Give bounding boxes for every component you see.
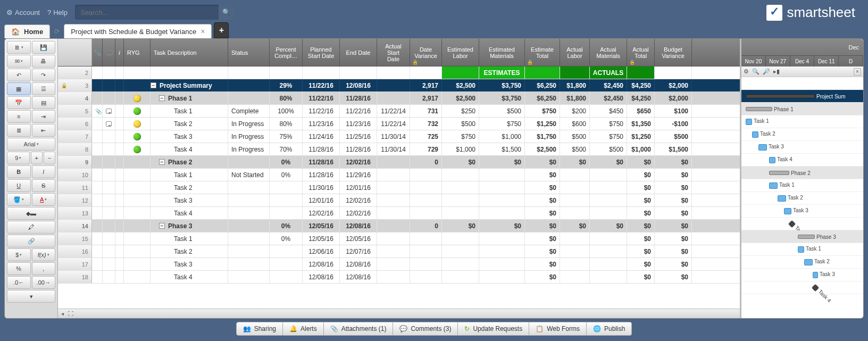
cell-astart[interactable]: 11/30/14 — [377, 143, 410, 155]
col-alab[interactable]: Actual Labor — [560, 39, 590, 66]
cell-bvar[interactable]: $0 — [655, 207, 692, 219]
cell-task[interactable]: Task 2 — [151, 118, 228, 130]
cell-pct[interactable]: 75% — [270, 130, 303, 143]
cell-alab[interactable]: $1,800 — [560, 92, 590, 104]
cell-alab[interactable] — [560, 169, 590, 181]
link-button[interactable]: 🔗 — [7, 235, 55, 247]
cell-comment[interactable] — [103, 130, 115, 143]
cell-lock[interactable] — [115, 118, 124, 130]
cell-alab[interactable] — [560, 271, 590, 283]
grid-row[interactable]: 16Task 212/06/1612/07/16$0$0$0 — [58, 245, 740, 258]
gantt-bar[interactable]: Phase 1 — [746, 107, 772, 111]
gantt-bar[interactable]: Task 3 — [813, 272, 818, 278]
cell-bvar[interactable]: $0 — [655, 220, 692, 232]
gantt-bar[interactable]: Task 3 — [784, 208, 791, 214]
cell-comment[interactable] — [103, 66, 115, 79]
cell-amat[interactable] — [590, 271, 627, 283]
gantt-bar[interactable]: Task 1 — [746, 119, 752, 125]
cell-lock[interactable] — [115, 220, 124, 232]
cell-attach[interactable] — [92, 181, 103, 194]
gantt-bar[interactable]: Task 4 — [812, 284, 819, 292]
home-tab[interactable]: 🏠 Home — [4, 24, 50, 38]
gantt-bar[interactable]: Task 4 — [769, 157, 775, 163]
cell-attach[interactable] — [92, 143, 103, 155]
col-pct[interactable]: Percent Compl… — [270, 39, 303, 66]
cell-end[interactable]: 11/25/16 — [340, 130, 377, 143]
col-etot[interactable]: Estimate Total🔒 — [525, 39, 560, 66]
calendar-view-button[interactable]: 📅 — [7, 96, 31, 109]
cell-etot[interactable]: $0 — [525, 271, 560, 283]
undo-button[interactable]: ↶ — [7, 69, 31, 81]
grid-row[interactable]: 15Task 10%12/05/1612/05/16$0$0$0 — [58, 232, 740, 245]
cell-alab[interactable]: $500 — [560, 143, 590, 155]
cell-emat[interactable] — [479, 232, 525, 245]
cell-lock[interactable] — [115, 232, 124, 245]
cell-dvar[interactable] — [410, 258, 442, 270]
cell-end[interactable]: 11/22/16 — [340, 105, 377, 117]
cell-atot[interactable]: $650 — [627, 105, 655, 117]
cell-atot[interactable]: $0 — [627, 181, 655, 194]
cell-attach[interactable] — [92, 232, 103, 245]
bold-button[interactable]: B — [7, 165, 31, 178]
cell-pstart[interactable]: 12/02/16 — [303, 207, 340, 219]
cell-atot[interactable]: $1,000 — [627, 143, 655, 155]
cell-end[interactable]: 12/02/16 — [340, 194, 377, 206]
cell-etot[interactable]: $1,250 — [525, 118, 560, 130]
gantt-bar[interactable]: Task 2 — [752, 131, 758, 138]
cell-amat[interactable]: ACTUALS — [590, 66, 627, 79]
cell-alab[interactable]: $500 — [560, 130, 590, 143]
cell-pct[interactable]: 0% — [270, 220, 303, 232]
thousands-button[interactable]: , — [32, 262, 56, 275]
cell-task[interactable]: −Phase 1 — [151, 92, 228, 104]
cell-comment[interactable] — [103, 169, 115, 181]
cell-pstart[interactable]: 11/24/16 — [303, 130, 340, 143]
cell-elab[interactable]: $750 — [442, 130, 479, 143]
cell-atot[interactable]: $0 — [627, 194, 655, 206]
cell-atot[interactable]: $0 — [627, 245, 655, 257]
cell-pct[interactable] — [270, 258, 303, 270]
cell-end[interactable]: 12/08/16 — [340, 79, 377, 92]
gantt-settings-icon[interactable]: ⚙ — [744, 68, 749, 75]
cell-comment[interactable] — [103, 232, 115, 245]
cell-pstart[interactable]: 12/08/16 — [303, 271, 340, 283]
cell-ryg[interactable] — [124, 92, 151, 104]
cell-pct[interactable] — [270, 245, 303, 257]
cell-amat[interactable]: $750 — [590, 130, 627, 143]
sharing-button[interactable]: 👥Sharing — [236, 322, 283, 336]
row-number[interactable]: 15 — [58, 232, 92, 245]
cell-attach[interactable] — [92, 105, 103, 117]
cell-comment[interactable] — [103, 156, 115, 168]
cell-amat[interactable]: $450 — [590, 105, 627, 117]
cell-amat[interactable]: $500 — [590, 143, 627, 155]
cell-status[interactable]: Complete — [228, 105, 270, 117]
cell-lock[interactable] — [115, 271, 124, 283]
cell-pct[interactable]: 29% — [270, 79, 303, 92]
cell-task[interactable]: Task 2 — [151, 245, 228, 257]
cell-ryg[interactable] — [124, 79, 151, 92]
gantt-today-icon[interactable]: ▸▮ — [773, 68, 780, 75]
cell-dvar[interactable]: 731 — [410, 105, 442, 117]
update-requests-button[interactable]: ↻Update Requests — [458, 322, 529, 336]
cell-pstart[interactable]: 12/01/16 — [303, 194, 340, 206]
cell-astart[interactable] — [377, 92, 410, 104]
cell-emat[interactable]: $3,750 — [479, 79, 525, 92]
cell-end[interactable]: 11/23/16 — [340, 118, 377, 130]
cell-pstart[interactable]: 11/28/16 — [303, 169, 340, 181]
gantt-bar[interactable]: Task 2 — [804, 259, 813, 265]
cell-status[interactable]: Not Started — [228, 169, 270, 181]
cell-pstart[interactable]: 11/22/16 — [303, 79, 340, 92]
col-ryg[interactable]: RYG — [124, 39, 151, 66]
cell-dvar[interactable]: 732 — [410, 118, 442, 130]
cell-astart[interactable]: 11/30/14 — [377, 130, 410, 143]
cell-attach[interactable] — [92, 169, 103, 181]
cell-emat[interactable] — [479, 207, 525, 219]
cell-emat[interactable]: $0 — [479, 156, 525, 168]
cell-dvar[interactable]: 0 — [410, 220, 442, 232]
currency-button[interactable]: $▾ — [7, 248, 31, 261]
cell-attach[interactable] — [92, 92, 103, 104]
cell-ryg[interactable] — [124, 245, 151, 257]
cell-lock[interactable] — [115, 79, 124, 92]
row-number[interactable]: 14 — [58, 220, 92, 232]
cell-astart[interactable] — [377, 271, 410, 283]
cell-bvar[interactable]: $0 — [655, 271, 692, 283]
